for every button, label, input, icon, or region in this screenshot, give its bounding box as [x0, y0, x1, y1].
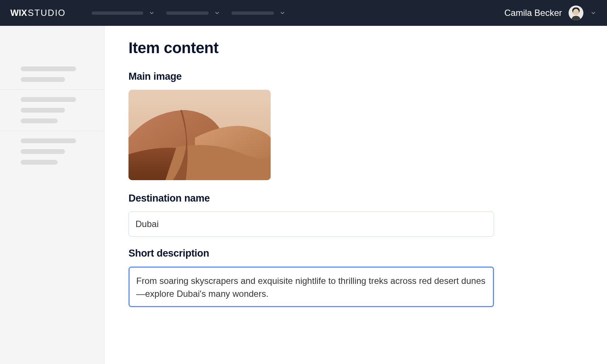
- logo-studio: STUDIO: [28, 8, 66, 18]
- nav-placeholder-bar: [232, 11, 274, 15]
- sidebar-item[interactable]: [21, 108, 65, 113]
- chevron-down-icon[interactable]: [590, 10, 597, 16]
- avatar-image: [569, 6, 583, 20]
- destination-name-input[interactable]: [128, 212, 494, 237]
- sidebar-item[interactable]: [21, 119, 58, 123]
- page-title: Item content: [128, 39, 583, 57]
- sidebar-section-1: [0, 59, 104, 90]
- chevron-down-icon: [148, 10, 155, 16]
- sidebar-section-2: [0, 90, 104, 131]
- header-nav: [92, 10, 286, 16]
- app-header: WIX STUDIO Camila Becker: [0, 0, 607, 26]
- body-area: Item content Main image: [0, 26, 607, 364]
- sidebar-section-3: [0, 131, 104, 172]
- chevron-down-icon: [279, 10, 286, 16]
- destination-name-label: Destination name: [128, 193, 583, 204]
- logo-wix: WIX: [10, 8, 27, 18]
- sidebar-item[interactable]: [21, 149, 65, 154]
- nav-placeholder-bar: [166, 11, 209, 15]
- desert-dunes-image: [128, 90, 271, 180]
- sidebar-item[interactable]: [21, 97, 76, 102]
- nav-dropdown-2[interactable]: [166, 10, 220, 16]
- sidebar-item[interactable]: [21, 66, 76, 71]
- nav-placeholder-bar: [92, 11, 143, 15]
- main-image-preview[interactable]: [128, 90, 271, 180]
- sidebar-item[interactable]: [21, 138, 76, 143]
- user-name: Camila Becker: [504, 8, 562, 18]
- sidebar: [0, 26, 104, 364]
- main-content: Item content Main image: [104, 26, 607, 364]
- sidebar-item[interactable]: [21, 160, 58, 165]
- svg-point-1: [573, 9, 579, 15]
- sidebar-item[interactable]: [21, 77, 65, 82]
- header-user-area: Camila Becker: [504, 6, 597, 20]
- chevron-down-icon: [214, 10, 220, 16]
- avatar[interactable]: [569, 6, 583, 20]
- nav-dropdown-3[interactable]: [232, 10, 286, 16]
- short-description-label: Short description: [128, 248, 583, 259]
- short-description-textarea[interactable]: [128, 267, 494, 307]
- main-image-label: Main image: [128, 71, 583, 82]
- nav-dropdown-1[interactable]: [92, 10, 155, 16]
